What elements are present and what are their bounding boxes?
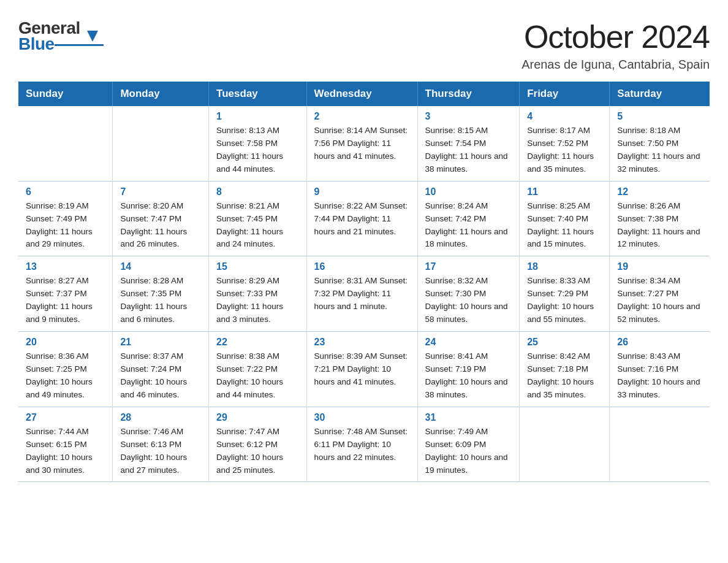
calendar-week-row: 1Sunrise: 8:13 AM Sunset: 7:58 PM Daylig… [18,106,710,181]
calendar-cell [610,407,710,482]
day-number: 28 [120,412,201,423]
day-info: Sunrise: 8:36 AM Sunset: 7:25 PM Dayligh… [26,350,105,402]
day-info: Sunrise: 8:22 AM Sunset: 7:44 PM Dayligh… [314,200,410,239]
day-number: 2 [314,111,410,122]
day-info: Sunrise: 8:25 AM Sunset: 7:40 PM Dayligh… [527,200,602,251]
day-info: Sunrise: 8:29 AM Sunset: 7:33 PM Dayligh… [216,275,299,326]
day-number: 22 [216,337,299,348]
day-info: Sunrise: 8:37 AM Sunset: 7:24 PM Dayligh… [120,350,201,402]
weekday-header-sunday: Sunday [18,82,113,106]
calendar-week-row: 27Sunrise: 7:44 AM Sunset: 6:15 PM Dayli… [18,407,710,482]
day-number: 3 [425,111,512,122]
day-info: Sunrise: 8:20 AM Sunset: 7:47 PM Dayligh… [120,200,201,251]
calendar-cell: 29Sunrise: 7:47 AM Sunset: 6:12 PM Dayli… [209,407,307,482]
day-number: 18 [527,261,602,272]
calendar-cell: 22Sunrise: 8:38 AM Sunset: 7:22 PM Dayli… [209,332,307,407]
calendar-body: 1Sunrise: 8:13 AM Sunset: 7:58 PM Daylig… [18,106,710,482]
calendar-cell: 11Sunrise: 8:25 AM Sunset: 7:40 PM Dayli… [520,181,610,256]
weekday-header-thursday: Thursday [417,82,520,106]
calendar-cell: 21Sunrise: 8:37 AM Sunset: 7:24 PM Dayli… [113,332,209,407]
day-number: 27 [26,412,105,423]
day-number: 24 [425,337,512,348]
weekday-header-friday: Friday [520,82,610,106]
day-number: 14 [120,261,201,272]
calendar-cell: 26Sunrise: 8:43 AM Sunset: 7:16 PM Dayli… [610,332,710,407]
calendar-cell: 14Sunrise: 8:28 AM Sunset: 7:35 PM Dayli… [113,256,209,332]
calendar-cell: 3Sunrise: 8:15 AM Sunset: 7:54 PM Daylig… [417,106,520,181]
calendar-cell: 24Sunrise: 8:41 AM Sunset: 7:19 PM Dayli… [417,332,520,407]
day-info: Sunrise: 8:19 AM Sunset: 7:49 PM Dayligh… [26,200,105,251]
calendar-cell: 2Sunrise: 8:14 AM Sunset: 7:56 PM Daylig… [306,106,417,181]
calendar-cell: 12Sunrise: 8:26 AM Sunset: 7:38 PM Dayli… [610,181,710,256]
day-info: Sunrise: 8:41 AM Sunset: 7:19 PM Dayligh… [425,350,512,402]
logo: General Blue [18,18,104,54]
calendar-cell: 28Sunrise: 7:46 AM Sunset: 6:13 PM Dayli… [113,407,209,482]
day-info: Sunrise: 8:14 AM Sunset: 7:56 PM Dayligh… [314,124,410,163]
day-info: Sunrise: 8:39 AM Sunset: 7:21 PM Dayligh… [314,350,410,389]
day-number: 20 [26,337,105,348]
day-number: 16 [314,261,410,272]
calendar-cell: 17Sunrise: 8:32 AM Sunset: 7:30 PM Dayli… [417,256,520,332]
calendar-cell: 19Sunrise: 8:34 AM Sunset: 7:27 PM Dayli… [610,256,710,332]
calendar-cell: 27Sunrise: 7:44 AM Sunset: 6:15 PM Dayli… [18,407,113,482]
day-info: Sunrise: 8:18 AM Sunset: 7:50 PM Dayligh… [617,124,702,176]
day-number: 10 [425,186,512,197]
day-info: Sunrise: 7:47 AM Sunset: 6:12 PM Dayligh… [216,426,299,477]
calendar-cell: 18Sunrise: 8:33 AM Sunset: 7:29 PM Dayli… [520,256,610,332]
main-title: October 2024 [521,18,710,55]
day-info: Sunrise: 8:17 AM Sunset: 7:52 PM Dayligh… [527,124,602,176]
calendar-cell: 9Sunrise: 8:22 AM Sunset: 7:44 PM Daylig… [306,181,417,256]
weekday-header-wednesday: Wednesday [306,82,417,106]
day-info: Sunrise: 7:46 AM Sunset: 6:13 PM Dayligh… [120,426,201,477]
calendar-cell: 4Sunrise: 8:17 AM Sunset: 7:52 PM Daylig… [520,106,610,181]
day-number: 13 [26,261,105,272]
day-info: Sunrise: 7:49 AM Sunset: 6:09 PM Dayligh… [425,426,512,477]
calendar-cell [18,106,113,181]
day-number: 8 [216,186,299,197]
day-number: 30 [314,412,410,423]
calendar-cell: 7Sunrise: 8:20 AM Sunset: 7:47 PM Daylig… [113,181,209,256]
day-number: 9 [314,186,410,197]
calendar-cell [520,407,610,482]
calendar-cell: 15Sunrise: 8:29 AM Sunset: 7:33 PM Dayli… [209,256,307,332]
day-info: Sunrise: 8:28 AM Sunset: 7:35 PM Dayligh… [120,275,201,326]
day-number: 19 [617,261,702,272]
weekday-header-row: SundayMondayTuesdayWednesdayThursdayFrid… [18,82,710,106]
calendar-cell: 6Sunrise: 8:19 AM Sunset: 7:49 PM Daylig… [18,181,113,256]
weekday-header-tuesday: Tuesday [209,82,307,106]
day-info: Sunrise: 8:27 AM Sunset: 7:37 PM Dayligh… [26,275,105,326]
day-number: 21 [120,337,201,348]
calendar-cell: 16Sunrise: 8:31 AM Sunset: 7:32 PM Dayli… [306,256,417,332]
calendar-cell: 31Sunrise: 7:49 AM Sunset: 6:09 PM Dayli… [417,407,520,482]
weekday-header-monday: Monday [113,82,209,106]
day-number: 17 [425,261,512,272]
day-number: 7 [120,186,201,197]
calendar-cell: 10Sunrise: 8:24 AM Sunset: 7:42 PM Dayli… [417,181,520,256]
title-block: October 2024 Arenas de Iguna, Cantabria,… [521,18,710,72]
page-header: General Blue October 2024 Arenas de Igun… [18,18,710,72]
calendar-cell: 30Sunrise: 7:48 AM Sunset: 6:11 PM Dayli… [306,407,417,482]
day-number: 26 [617,337,702,348]
day-number: 5 [617,111,702,122]
day-number: 29 [216,412,299,423]
calendar-week-row: 20Sunrise: 8:36 AM Sunset: 7:25 PM Dayli… [18,332,710,407]
calendar-cell: 13Sunrise: 8:27 AM Sunset: 7:37 PM Dayli… [18,256,113,332]
calendar-cell: 5Sunrise: 8:18 AM Sunset: 7:50 PM Daylig… [610,106,710,181]
calendar-cell: 20Sunrise: 8:36 AM Sunset: 7:25 PM Dayli… [18,332,113,407]
calendar-week-row: 13Sunrise: 8:27 AM Sunset: 7:37 PM Dayli… [18,256,710,332]
day-info: Sunrise: 8:33 AM Sunset: 7:29 PM Dayligh… [527,275,602,326]
calendar-cell: 1Sunrise: 8:13 AM Sunset: 7:58 PM Daylig… [209,106,307,181]
day-number: 4 [527,111,602,122]
day-info: Sunrise: 8:32 AM Sunset: 7:30 PM Dayligh… [425,275,512,326]
weekday-header-saturday: Saturday [610,82,710,106]
calendar-cell: 8Sunrise: 8:21 AM Sunset: 7:45 PM Daylig… [209,181,307,256]
day-info: Sunrise: 8:24 AM Sunset: 7:42 PM Dayligh… [425,200,512,251]
calendar-table: SundayMondayTuesdayWednesdayThursdayFrid… [18,82,710,482]
calendar-week-row: 6Sunrise: 8:19 AM Sunset: 7:49 PM Daylig… [18,181,710,256]
calendar-cell: 25Sunrise: 8:42 AM Sunset: 7:18 PM Dayli… [520,332,610,407]
day-number: 25 [527,337,602,348]
subtitle: Arenas de Iguna, Cantabria, Spain [521,58,710,72]
day-info: Sunrise: 8:43 AM Sunset: 7:16 PM Dayligh… [617,350,702,402]
day-number: 23 [314,337,410,348]
day-info: Sunrise: 7:44 AM Sunset: 6:15 PM Dayligh… [26,426,105,477]
